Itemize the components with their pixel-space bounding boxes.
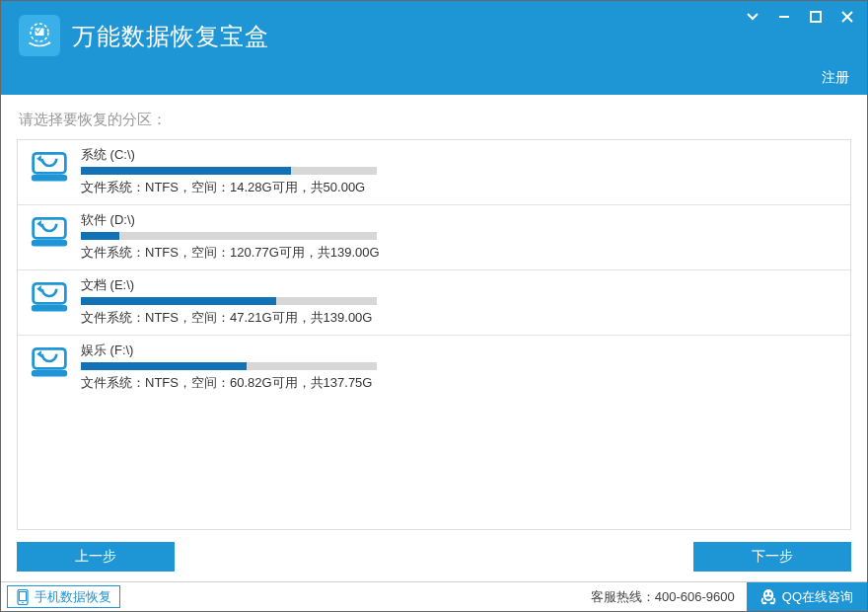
window-controls xyxy=(743,7,857,27)
svg-rect-20 xyxy=(20,591,27,600)
phone-recovery-button[interactable]: 手机数据恢复 xyxy=(7,585,120,608)
svg-point-26 xyxy=(761,601,766,603)
partition-info: 文件系统：NTFS，空间：47.21G可用，共139.00G xyxy=(81,309,836,327)
svg-point-25 xyxy=(765,596,771,598)
usage-bar xyxy=(81,232,377,240)
register-link[interactable]: 注册 xyxy=(822,69,849,87)
phone-icon xyxy=(16,589,30,605)
title-bar: 万能数据恢复宝盒 注册 xyxy=(1,1,867,95)
svg-rect-9 xyxy=(32,175,67,181)
qq-consult-button[interactable]: QQ在线咨询 xyxy=(747,582,867,611)
partition-item[interactable]: 文档 (E:\)文件系统：NTFS，空间：47.21G可用，共139.00G xyxy=(18,270,850,336)
usage-bar-fill xyxy=(81,167,291,175)
partition-item[interactable]: 软件 (D:\)文件系统：NTFS，空间：120.77G可用，共139.00G xyxy=(18,205,850,270)
svg-rect-15 xyxy=(32,305,67,311)
drive-icon xyxy=(28,276,71,316)
partition-item[interactable]: 娱乐 (F:\)文件系统：NTFS，空间：60.82G可用，共137.75G xyxy=(18,336,850,400)
app-logo-icon xyxy=(19,15,60,56)
partition-name: 娱乐 (F:\) xyxy=(81,342,836,359)
drive-icon xyxy=(28,211,71,251)
svg-rect-10 xyxy=(34,218,66,238)
svg-marker-17 xyxy=(36,350,41,357)
maximize-icon[interactable] xyxy=(806,7,826,27)
svg-marker-2 xyxy=(48,41,51,44)
usage-bar-fill xyxy=(81,297,276,305)
dropdown-icon[interactable] xyxy=(743,7,762,27)
qq-consult-label: QQ在线咨询 xyxy=(782,588,853,606)
partition-item[interactable]: 系统 (C:\)文件系统：NTFS，空间：14.28G可用，共50.00G xyxy=(18,140,850,205)
drive-icon xyxy=(28,342,71,381)
prompt-text: 请选择要恢复的分区： xyxy=(17,111,851,129)
footer: 手机数据恢复 客服热线：400-606-9600 QQ在线咨询 xyxy=(1,581,867,611)
svg-point-23 xyxy=(765,592,767,595)
phone-recovery-label: 手机数据恢复 xyxy=(35,588,111,606)
svg-point-21 xyxy=(22,601,24,603)
svg-rect-12 xyxy=(32,240,67,246)
svg-point-24 xyxy=(769,592,771,595)
usage-bar xyxy=(81,297,377,305)
svg-point-27 xyxy=(769,601,774,603)
partition-name: 文档 (E:\) xyxy=(81,276,836,294)
app-title: 万能数据恢复宝盒 xyxy=(72,21,269,52)
partition-info: 文件系统：NTFS，空间：60.82G可用，共137.75G xyxy=(81,374,836,392)
prev-button[interactable]: 上一步 xyxy=(17,542,175,572)
minimize-icon[interactable] xyxy=(774,7,794,27)
svg-rect-1 xyxy=(36,29,44,37)
svg-marker-11 xyxy=(36,220,41,227)
svg-marker-14 xyxy=(36,285,41,292)
hotline: 客服热线：400-606-9600 xyxy=(579,582,747,611)
svg-rect-4 xyxy=(811,12,821,22)
usage-bar xyxy=(81,167,377,175)
usage-bar xyxy=(81,362,377,370)
svg-rect-7 xyxy=(34,153,66,173)
partition-info: 文件系统：NTFS，空间：14.28G可用，共50.00G xyxy=(81,179,836,196)
partition-name: 软件 (D:\) xyxy=(81,211,836,229)
svg-rect-18 xyxy=(32,370,67,376)
close-icon[interactable] xyxy=(837,7,857,27)
svg-rect-16 xyxy=(34,348,66,368)
partition-info: 文件系统：NTFS，空间：120.77G可用，共139.00G xyxy=(81,244,836,262)
svg-point-22 xyxy=(763,589,773,601)
drive-icon xyxy=(28,146,71,186)
partition-list: 系统 (C:\)文件系统：NTFS，空间：14.28G可用，共50.00G 软件… xyxy=(17,139,851,530)
svg-rect-13 xyxy=(34,283,66,303)
partition-name: 系统 (C:\) xyxy=(81,146,836,164)
usage-bar-fill xyxy=(81,232,119,240)
qq-icon xyxy=(760,588,776,606)
usage-bar-fill xyxy=(81,362,247,370)
next-button[interactable]: 下一步 xyxy=(693,542,851,572)
svg-marker-8 xyxy=(36,155,41,162)
